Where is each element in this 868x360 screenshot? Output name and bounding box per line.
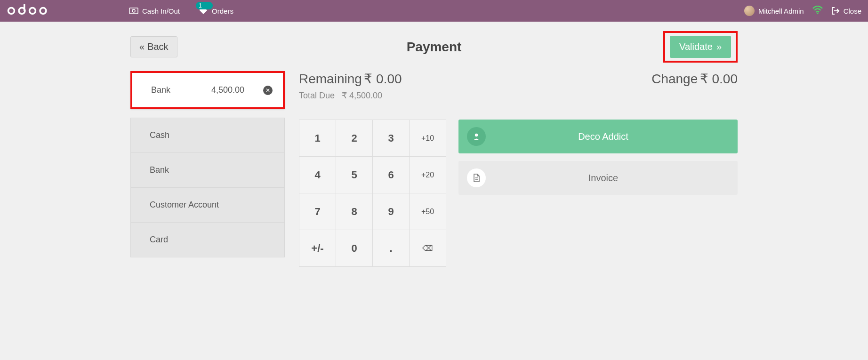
numkey-0[interactable]: 0 xyxy=(336,230,372,266)
invoice-button[interactable]: Invoice xyxy=(458,161,738,195)
payment-method-list: Cash Bank Customer Account Card xyxy=(130,118,285,257)
back-label: Back xyxy=(147,41,168,52)
customer-button[interactable]: Deco Addict xyxy=(458,120,738,153)
chevron-right-double-icon: » xyxy=(716,41,722,52)
selected-payment-amount: 4,500.00 xyxy=(211,85,244,95)
numkey-5[interactable]: 5 xyxy=(336,157,372,193)
odoo-logo xyxy=(7,4,49,17)
numkey-dot[interactable]: . xyxy=(373,230,409,266)
svg-point-0 xyxy=(8,8,15,14)
close-button[interactable]: Close xyxy=(831,7,861,15)
numkey-backspace[interactable]: ⌫ xyxy=(410,230,446,266)
numkey-3[interactable]: 3 xyxy=(373,120,409,156)
change-value: ₹ 0.00 xyxy=(700,72,738,86)
numpad: 1 2 3 +10 4 5 6 +20 7 8 9 +50 +/- 0 xyxy=(299,120,446,267)
page-title: Payment xyxy=(407,40,462,55)
numkey-plusminus[interactable]: +/- xyxy=(299,230,336,266)
chevron-left-double-icon: « xyxy=(139,41,145,52)
remaining-label: Remaining xyxy=(299,72,362,86)
cash-in-out-button[interactable]: Cash In/Out xyxy=(129,7,180,15)
change-label: Change xyxy=(651,72,698,86)
numkey-9[interactable]: 9 xyxy=(373,193,409,230)
validate-label: Validate xyxy=(679,41,713,52)
logout-icon xyxy=(831,7,840,15)
tag-icon: 1 xyxy=(199,6,208,16)
page-header: « Back Payment Validate » xyxy=(130,27,738,71)
remaining-value: ₹ 0.00 xyxy=(364,72,402,86)
invoice-label: Invoice xyxy=(477,173,729,184)
numkey-4[interactable]: 4 xyxy=(299,157,336,193)
svg-point-6 xyxy=(132,9,135,12)
payment-method-bank[interactable]: Bank xyxy=(131,153,284,188)
user-menu[interactable]: Mitchell Admin xyxy=(744,6,804,16)
numkey-7[interactable]: 7 xyxy=(299,193,336,230)
amounts-summary: Remaining ₹ 0.00 Change ₹ 0.00 xyxy=(299,71,738,87)
avatar xyxy=(744,6,755,16)
validate-highlight-box: Validate » xyxy=(663,31,738,63)
orders-label: Orders xyxy=(212,7,233,15)
orders-badge: 1 xyxy=(196,2,213,9)
numkey-plus20[interactable]: +20 xyxy=(410,157,446,193)
close-label: Close xyxy=(844,7,861,15)
total-due: Total Due ₹ 4,500.00 xyxy=(299,90,738,101)
remove-payment-icon[interactable]: ✕ xyxy=(263,86,273,95)
user-name: Mitchell Admin xyxy=(758,7,804,15)
payment-method-cash[interactable]: Cash xyxy=(131,118,284,153)
topbar: Cash In/Out 1 Orders Mitchell Admin Clos… xyxy=(0,0,868,22)
orders-button[interactable]: 1 Orders xyxy=(199,6,233,16)
svg-point-7 xyxy=(817,13,818,14)
cash-in-out-label: Cash In/Out xyxy=(142,7,180,15)
selected-payment-method: Bank xyxy=(151,85,197,95)
selected-payment-line[interactable]: Bank 4,500.00 ✕ xyxy=(130,71,285,109)
customer-name: Deco Addict xyxy=(477,131,729,142)
validate-button[interactable]: Validate » xyxy=(670,36,731,58)
numkey-1[interactable]: 1 xyxy=(299,120,336,156)
wifi-icon xyxy=(812,6,823,16)
numkey-plus50[interactable]: +50 xyxy=(410,193,446,230)
numkey-2[interactable]: 2 xyxy=(336,120,372,156)
payment-method-card[interactable]: Card xyxy=(131,223,284,257)
svg-rect-5 xyxy=(129,8,138,14)
back-button[interactable]: « Back xyxy=(130,36,177,57)
payment-method-customer-account[interactable]: Customer Account xyxy=(131,188,284,223)
numkey-6[interactable]: 6 xyxy=(373,157,409,193)
svg-rect-2 xyxy=(24,4,25,11)
total-due-value: ₹ 4,500.00 xyxy=(342,91,382,100)
numkey-plus10[interactable]: +10 xyxy=(410,120,446,156)
total-due-label: Total Due xyxy=(299,91,335,100)
svg-point-3 xyxy=(30,8,36,14)
cash-icon xyxy=(129,8,138,14)
svg-point-4 xyxy=(40,8,46,14)
numkey-8[interactable]: 8 xyxy=(336,193,372,230)
